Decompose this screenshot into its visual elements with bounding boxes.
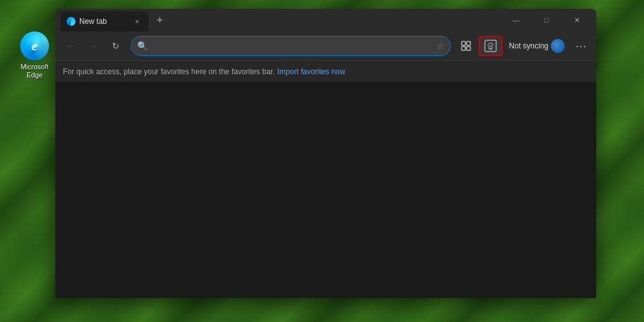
tab-favicon — [67, 17, 75, 26]
active-tab[interactable]: New tab × — [60, 11, 148, 31]
back-button[interactable]: ← — [60, 36, 80, 56]
collections-button[interactable] — [456, 36, 476, 56]
svg-rect-2 — [462, 47, 465, 50]
address-bar[interactable] — [131, 36, 451, 56]
forward-button[interactable]: → — [83, 36, 103, 56]
tab-bar: New tab × + — [60, 9, 502, 31]
profile-globe-icon — [551, 39, 565, 53]
browser-window: New tab × + — □ ✕ ← → ↻ 🔍 ☆ — [55, 9, 596, 298]
title-bar: New tab × + — □ ✕ — [55, 9, 596, 31]
maximize-button[interactable]: □ — [532, 10, 561, 30]
desktop-icon-label: Microsoft Edge — [13, 63, 57, 79]
svg-point-5 — [489, 46, 492, 49]
favorites-star-icon[interactable]: ☆ — [436, 41, 445, 51]
edge-icon-image — [20, 31, 49, 60]
tab-title: New tab — [79, 17, 128, 26]
import-favorites-link[interactable]: Import favorites now — [277, 67, 345, 76]
svg-rect-3 — [467, 47, 470, 50]
toolbar: ← → ↻ 🔍 ☆ — [55, 31, 596, 60]
page-content — [55, 82, 596, 298]
tab-close-button[interactable]: × — [132, 16, 142, 26]
window-controls: — □ ✕ — [502, 10, 591, 30]
address-bar-container: 🔍 ☆ — [131, 36, 451, 56]
more-button[interactable]: ··· — [571, 36, 591, 56]
new-tab-button[interactable]: + — [151, 11, 169, 29]
favorites-bar: For quick access, place your favorites h… — [55, 60, 596, 82]
svg-rect-1 — [467, 42, 470, 45]
not-syncing-label: Not syncing — [509, 42, 548, 50]
address-search-icon: 🔍 — [137, 41, 148, 51]
not-syncing-container[interactable]: Not syncing — [505, 39, 569, 53]
profile-sync-button[interactable] — [479, 36, 502, 56]
close-button[interactable]: ✕ — [562, 10, 591, 30]
svg-rect-0 — [462, 42, 465, 45]
minimize-button[interactable]: — — [502, 10, 531, 30]
favorites-bar-message: For quick access, place your favorites h… — [63, 67, 275, 76]
desktop-edge-icon[interactable]: Microsoft Edge — [13, 31, 57, 79]
refresh-button[interactable]: ↻ — [106, 36, 126, 56]
